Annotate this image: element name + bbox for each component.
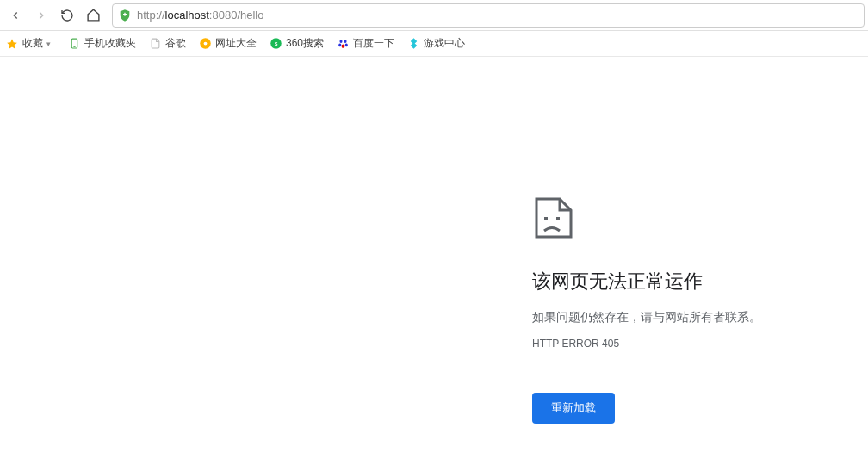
star-icon (5, 37, 19, 51)
error-title: 该网页无法正常运作 (532, 269, 868, 294)
bookmark-mobile[interactable]: 手机收藏夹 (67, 36, 136, 51)
bookmark-label: 谷歌 (165, 36, 186, 51)
bookmark-label: 网址大全 (215, 36, 257, 51)
sad-page-icon (532, 195, 868, 245)
svg-rect-12 (556, 217, 560, 220)
bookmark-favorites[interactable]: 收藏 ▾ (5, 36, 55, 51)
back-button[interactable] (3, 3, 28, 28)
svg-rect-11 (544, 217, 548, 220)
svg-point-9 (344, 44, 347, 47)
page-icon (148, 37, 162, 51)
address-bar[interactable]: http://localhost:8080/hello (112, 3, 865, 28)
svg-point-7 (344, 40, 346, 43)
error-page: 该网页无法正常运作 如果问题仍然存在，请与网站所有者联系。 HTTP ERROR… (0, 57, 868, 424)
bookmark-games[interactable]: 游戏中心 (406, 36, 465, 51)
url-port: :8080 (209, 9, 238, 22)
url-path: /hello (237, 9, 264, 22)
chevron-down-icon: ▾ (46, 40, 55, 48)
bookmark-baidu[interactable]: 百度一下 (336, 36, 394, 51)
bookmark-label: 百度一下 (353, 36, 394, 51)
compass-icon (198, 37, 212, 51)
home-button[interactable] (81, 3, 105, 28)
baidu-icon (336, 37, 350, 51)
bookmarks-bar: 收藏 ▾ 手机收藏夹 谷歌 网址大全 S 360搜索 百度一下 游戏中 (0, 31, 868, 57)
forward-button[interactable] (29, 3, 53, 28)
url-prefix: http:// (137, 9, 165, 22)
error-message: 如果问题仍然存在，请与网站所有者联系。 (532, 310, 868, 326)
error-code: HTTP ERROR 405 (532, 338, 868, 350)
bookmark-label: 游戏中心 (424, 36, 465, 51)
shield-icon (118, 9, 132, 22)
bookmark-label: 收藏 (22, 36, 43, 51)
url-text[interactable]: http://localhost:8080/hello (137, 9, 859, 22)
bookmark-label: 手机收藏夹 (84, 36, 136, 51)
svg-text:S: S (274, 41, 277, 46)
bookmark-google[interactable]: 谷歌 (148, 36, 186, 51)
svg-point-8 (338, 44, 341, 47)
game-icon (406, 37, 420, 51)
svg-point-6 (339, 40, 342, 43)
bookmark-sites[interactable]: 网址大全 (198, 36, 257, 51)
reload-toolbar-button[interactable] (55, 3, 79, 28)
reload-button[interactable]: 重新加载 (532, 393, 615, 424)
phone-icon (67, 37, 81, 51)
browser-toolbar: http://localhost:8080/hello (0, 0, 868, 31)
svg-point-3 (203, 42, 207, 46)
360-icon: S (269, 37, 282, 51)
url-host: localhost (165, 9, 209, 22)
svg-point-10 (341, 44, 344, 47)
bookmark-360[interactable]: S 360搜索 (269, 36, 324, 51)
bookmark-label: 360搜索 (286, 36, 324, 51)
